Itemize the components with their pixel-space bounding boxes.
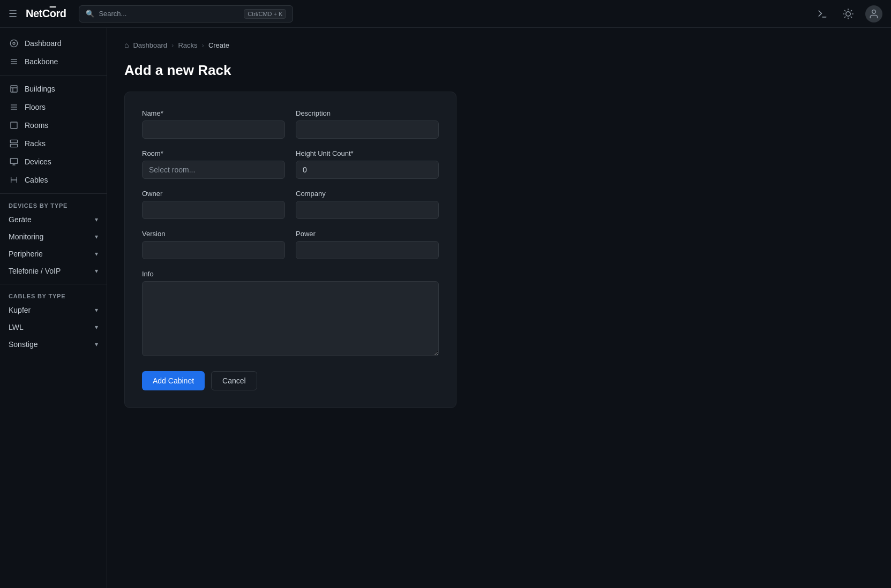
sidebar-item-dashboard[interactable]: Dashboard — [0, 34, 107, 52]
description-input[interactable] — [296, 120, 439, 139]
sidebar-item-label: Devices — [25, 157, 51, 166]
breadcrumb-racks[interactable]: Racks — [178, 41, 197, 49]
svg-point-12 — [13, 42, 15, 44]
description-label: Description — [296, 109, 439, 117]
search-shortcut: Ctrl/CMD + K — [244, 9, 286, 19]
search-icon: 🔍 — [86, 10, 94, 18]
floors-icon — [9, 103, 19, 111]
sidebar-item-label: Rooms — [25, 121, 48, 130]
terminal-icon[interactable] — [814, 5, 831, 22]
info-textarea[interactable] — [142, 281, 439, 356]
breadcrumb-dashboard[interactable]: Dashboard — [133, 41, 167, 49]
form-group-height-unit: Height Unit Count* — [296, 149, 439, 179]
sidebar-group-peripherie[interactable]: Peripherie ▾ — [0, 245, 107, 262]
company-input[interactable] — [296, 201, 439, 219]
sidebar-group-label: Sonstige — [9, 340, 95, 349]
sidebar-group-label: Geräte — [9, 215, 95, 224]
racks-icon — [9, 139, 19, 148]
version-label: Version — [142, 230, 285, 238]
search-input[interactable] — [99, 10, 239, 18]
topbar-right — [814, 5, 882, 22]
chevron-down-icon: ▾ — [95, 250, 98, 258]
rooms-icon — [9, 121, 19, 130]
sidebar-group-sonstige[interactable]: Sonstige ▾ — [0, 336, 107, 353]
form-row-2: Room* Height Unit Count* — [142, 149, 439, 179]
cables-by-type-title: CABLES BY TYPE — [0, 289, 107, 301]
user-avatar[interactable] — [865, 5, 882, 22]
chevron-down-icon: ▾ — [95, 323, 98, 331]
devices-by-type-title: DEVICES BY TYPE — [0, 198, 107, 211]
form-group-description: Description — [296, 109, 439, 139]
svg-point-1 — [846, 11, 850, 16]
backbone-icon — [9, 57, 19, 66]
sidebar-item-label: Racks — [25, 139, 46, 148]
sidebar-item-backbone[interactable]: Backbone — [0, 52, 107, 71]
power-input[interactable] — [296, 241, 439, 259]
chevron-down-icon: ▾ — [95, 267, 98, 275]
company-label: Company — [296, 190, 439, 198]
app-logo[interactable]: NetCord — [26, 7, 66, 20]
sidebar-group-label: Telefonie / VoIP — [9, 267, 95, 275]
sidebar-item-devices[interactable]: Devices — [0, 153, 107, 171]
dashboard-icon — [9, 39, 19, 48]
form-row-4: Version Power — [142, 230, 439, 259]
search-bar[interactable]: 🔍 Ctrl/CMD + K — [79, 5, 293, 22]
chevron-down-icon: ▾ — [95, 306, 98, 314]
form-group-power: Power — [296, 230, 439, 259]
sidebar-item-label: Buildings — [25, 85, 55, 93]
breadcrumb-sep-1: › — [171, 41, 174, 49]
menu-icon[interactable]: ☰ — [9, 8, 17, 20]
sidebar-item-cables[interactable]: Cables — [0, 171, 107, 189]
sidebar-item-buildings[interactable]: Buildings — [0, 80, 107, 98]
breadcrumb-current: Create — [208, 41, 229, 49]
room-label: Room* — [142, 149, 285, 157]
form-group-version: Version — [142, 230, 285, 259]
sidebar-group-monitoring[interactable]: Monitoring ▾ — [0, 228, 107, 245]
sidebar-item-racks[interactable]: Racks — [0, 134, 107, 153]
svg-point-10 — [872, 10, 876, 13]
cables-icon — [9, 176, 19, 184]
sidebar-divider-1 — [0, 75, 107, 76]
sun-icon[interactable] — [840, 5, 857, 22]
form-group-room: Room* — [142, 149, 285, 179]
sidebar-group-label: Kupfer — [9, 306, 95, 314]
page-title: Add a new Rack — [124, 62, 874, 79]
sidebar-item-label: Backbone — [25, 57, 58, 66]
svg-rect-25 — [10, 159, 17, 163]
form-card: Name* Description Room* Height Unit Coun… — [124, 92, 456, 408]
form-row-3: Owner Company — [142, 190, 439, 219]
height-unit-input[interactable] — [296, 161, 439, 179]
sidebar-group-kupfer[interactable]: Kupfer ▾ — [0, 301, 107, 319]
name-label: Name* — [142, 109, 285, 117]
add-cabinet-button[interactable]: Add Cabinet — [142, 371, 205, 390]
svg-point-11 — [10, 40, 17, 47]
form-row-1: Name* Description — [142, 109, 439, 139]
version-input[interactable] — [142, 241, 285, 259]
height-unit-label: Height Unit Count* — [296, 149, 439, 157]
sidebar-group-label: Peripherie — [9, 250, 95, 258]
buildings-icon — [9, 85, 19, 93]
svg-line-4 — [845, 10, 845, 11]
breadcrumb-sep-2: › — [202, 41, 204, 49]
main-content: ⌂ Dashboard › Racks › Create Add a new R… — [107, 28, 891, 588]
svg-rect-16 — [11, 86, 17, 92]
form-row-5: Info — [142, 270, 439, 356]
form-group-company: Company — [296, 190, 439, 219]
svg-line-8 — [845, 17, 845, 17]
owner-input[interactable] — [142, 201, 285, 219]
sidebar-item-label: Cables — [25, 176, 48, 184]
sidebar-item-floors[interactable]: Floors — [0, 98, 107, 116]
sidebar-group-telefonie[interactable]: Telefonie / VoIP ▾ — [0, 262, 107, 280]
cancel-button[interactable]: Cancel — [211, 371, 257, 390]
room-input[interactable] — [142, 161, 285, 179]
topbar: ☰ NetCord 🔍 Ctrl/CMD + K — [0, 0, 891, 28]
sidebar-divider-2 — [0, 193, 107, 194]
sidebar-divider-3 — [0, 284, 107, 284]
name-input[interactable] — [142, 120, 285, 139]
sidebar-item-rooms[interactable]: Rooms — [0, 116, 107, 134]
sidebar-group-label: Monitoring — [9, 232, 95, 241]
sidebar-group-geraete[interactable]: Geräte ▾ — [0, 211, 107, 228]
svg-rect-21 — [10, 140, 17, 142]
sidebar-group-lwl[interactable]: LWL ▾ — [0, 319, 107, 336]
svg-rect-20 — [11, 122, 17, 129]
